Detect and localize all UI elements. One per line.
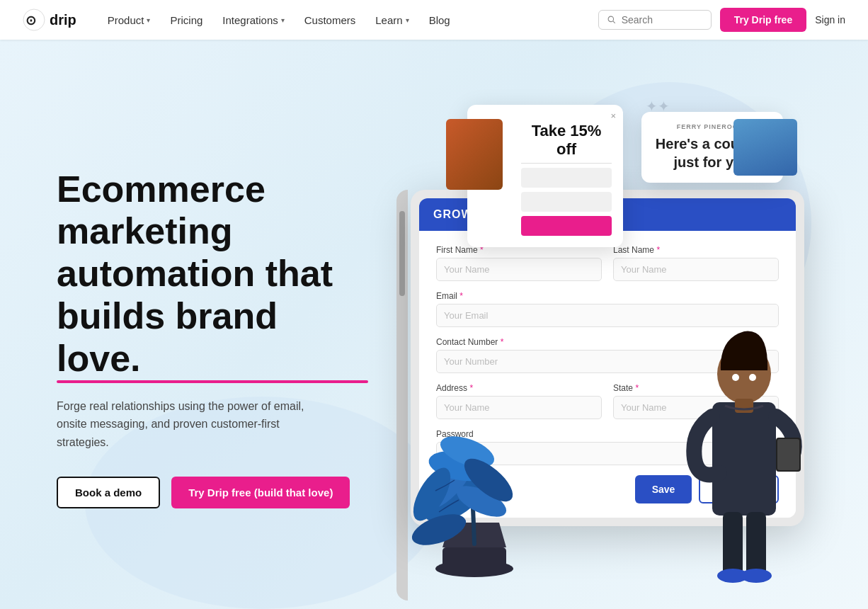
form-group-firstname: First Name * Your Name	[436, 245, 602, 281]
try-drip-button[interactable]: Try Drip free	[720, 8, 806, 32]
popup-coupon-card: FERRY PINEROOTS Here's a coupon, just fo…	[641, 112, 783, 183]
close-icon[interactable]: ×	[610, 110, 616, 121]
svg-rect-18	[723, 512, 743, 576]
hero-right: ✦✦ × Take 15% off FERRY PINEROOTS Here's…	[396, 91, 811, 586]
nav-customers[interactable]: Customers	[296, 8, 365, 32]
popup-discount-card: × Take 15% off	[467, 105, 623, 247]
person-illustration	[684, 261, 811, 586]
email-input-placeholder-2	[521, 192, 612, 212]
email-input-placeholder	[521, 168, 612, 188]
nav-learn[interactable]: Learn ▾	[367, 8, 417, 32]
tablet-scrollbar[interactable]	[399, 211, 405, 296]
hero-subtitle: Forge real relationships using the power…	[57, 397, 326, 452]
chevron-down-icon: ▾	[281, 16, 285, 24]
svg-rect-17	[777, 439, 799, 470]
search-input[interactable]	[622, 14, 702, 25]
book-demo-button[interactable]: Book a demo	[57, 477, 160, 508]
submit-btn-placeholder	[521, 216, 612, 236]
product-image-placeholder	[446, 119, 503, 190]
try-drip-free-button[interactable]: Try Drip free (build that love)	[171, 477, 350, 508]
nav-right: Try Drip free Sign in	[598, 8, 845, 32]
search-box[interactable]	[598, 10, 712, 30]
nav-integrations[interactable]: Integrations ▾	[214, 8, 292, 32]
nav-links: Product ▾ Pricing Integrations ▾ Custome…	[99, 8, 598, 32]
svg-rect-15	[712, 402, 776, 516]
nav-product[interactable]: Product ▾	[99, 8, 159, 32]
divider	[521, 163, 612, 164]
chevron-down-icon: ▾	[406, 16, 409, 24]
hero-buttons: Book a demo Try Drip free (build that lo…	[57, 477, 368, 508]
svg-rect-19	[746, 512, 766, 576]
search-icon	[607, 15, 616, 25]
svg-point-23	[732, 374, 739, 381]
nav-blog[interactable]: Blog	[421, 8, 459, 32]
svg-rect-25	[735, 399, 753, 413]
coupon-image	[733, 119, 797, 176]
svg-rect-5	[442, 547, 506, 572]
last-name-label: Last Name *	[613, 245, 779, 255]
plant-illustration	[396, 360, 552, 586]
first-name-input[interactable]: Your Name	[436, 258, 602, 281]
svg-line-3	[613, 21, 615, 23]
hero-title-underline: builds brand love.	[57, 295, 368, 380]
chevron-down-icon: ▾	[147, 16, 150, 24]
svg-text:⊙: ⊙	[25, 13, 36, 28]
svg-point-24	[749, 374, 756, 381]
hero-section: Ecommerce marketing automation that buil…	[0, 40, 868, 609]
hero-title: Ecommerce marketing automation that buil…	[57, 169, 368, 380]
discount-text: Take 15% off	[521, 122, 612, 159]
logo[interactable]: ⊙ drip	[23, 8, 76, 31]
hero-left: Ecommerce marketing automation that buil…	[57, 169, 368, 509]
nav-pricing[interactable]: Pricing	[161, 8, 211, 32]
svg-point-21	[741, 569, 772, 583]
navbar: ⊙ drip Product ▾ Pricing Integrations ▾ …	[0, 0, 868, 40]
signin-button[interactable]: Sign in	[815, 14, 845, 25]
